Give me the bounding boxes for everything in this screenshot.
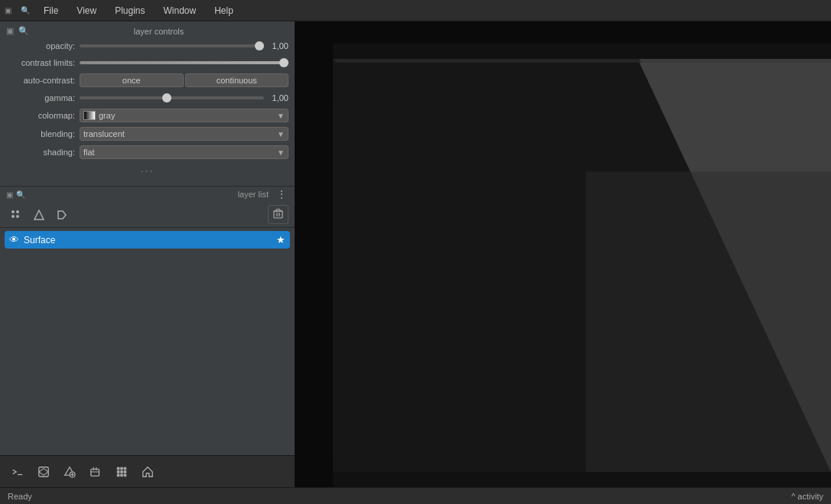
activity-button[interactable]: ^ activity [791,492,823,501]
contrast-limits-slider[interactable] [80,61,288,64]
gamma-content: 1,00 [80,93,288,102]
viewport[interactable] [295,21,831,487]
dots-separator: ··· [0,161,295,180]
shading-select-inner: flat [83,148,95,157]
shading-select[interactable]: flat ▼ [80,145,288,159]
colormap-label: colormap: [6,111,75,120]
opacity-content: 1,00 [80,41,288,50]
menu-view[interactable]: View [72,4,101,18]
gamma-label: gamma: [6,93,75,102]
layer-item-surface[interactable]: 👁 Surface ★ [5,231,290,249]
console-icon [11,467,24,477]
layer-list-menu-button[interactable]: ⋮ [275,188,288,200]
layer-controls-title: layer controls [29,27,288,36]
points-icon [11,210,21,220]
layer-toolbar [0,202,295,228]
colormap-swatch [83,111,96,120]
auto-contrast-continuous-button[interactable]: continuous [185,73,289,87]
gamma-slider-container [80,96,264,99]
layer-list-section: ▣ 🔍 layer list ⋮ [0,187,295,455]
layer-visibility-toggle[interactable]: 👁 [9,234,19,245]
labels-icon [57,210,67,220]
grid-button[interactable] [110,460,133,483]
shading-content: flat ▼ [80,145,288,159]
layer-name: Surface [24,235,272,245]
blending-dropdown-arrow: ▼ [277,130,285,138]
blending-value: translucent [83,129,125,138]
colormap-dropdown-arrow: ▼ [277,112,285,120]
svg-point-1 [16,210,19,213]
shading-row: shading: flat ▼ [0,143,295,161]
contrast-limits-label: contrast limits: [6,58,75,67]
select-points-tool[interactable] [6,206,26,224]
new-shapes-icon [64,465,76,479]
layer-list-icon2[interactable]: 🔍 [16,190,25,199]
svg-marker-35 [586,171,831,472]
svg-rect-5 [274,211,282,218]
statusbar: Ready ^ activity [0,487,831,504]
layer-star-button[interactable]: ★ [276,234,285,245]
blending-row: blending: translucent ▼ [0,125,295,143]
console-button[interactable] [6,460,29,483]
status-ready: Ready [8,492,32,501]
blending-select-inner: translucent [83,129,125,138]
home-icon [142,465,154,479]
layer-list-title: layer list [28,190,272,199]
select-shapes-tool[interactable] [29,206,49,224]
bottom-toolbar [0,455,295,487]
svg-rect-23 [124,470,127,473]
menubar: ▣ 🔍 File View Plugins Window Help [0,0,831,21]
header-icons: ▣ 🔍 [6,26,29,36]
svg-rect-26 [124,473,127,476]
shading-value: flat [83,148,95,157]
new-points-button[interactable] [84,460,107,483]
svg-marker-4 [34,210,44,219]
layer-list-header: ▣ 🔍 layer list ⋮ [0,187,295,202]
viewport-canvas [295,21,831,487]
opacity-slider[interactable] [80,44,264,47]
opacity-label: opacity: [6,41,75,50]
svg-point-2 [11,215,15,218]
surface-icon [37,465,50,479]
delete-layer-button[interactable] [268,205,288,224]
new-surface-button[interactable] [32,460,55,483]
auto-contrast-content: once continuous [80,73,288,87]
layer-controls-panel: ▣ 🔍 layer controls opacity: 1,00 contras… [0,21,295,187]
new-shapes-button[interactable] [58,460,81,483]
opacity-value: 1,00 [267,41,288,50]
gamma-value: 1,00 [267,93,288,102]
shading-label: shading: [6,148,75,157]
left-panel: ▣ 🔍 layer controls opacity: 1,00 contras… [0,21,295,487]
auto-contrast-buttons: once continuous [80,73,288,87]
auto-contrast-label: auto-contrast: [6,76,75,85]
shapes-icon [34,210,44,220]
auto-contrast-once-button[interactable]: once [80,73,184,87]
blending-select[interactable]: translucent ▼ [80,127,288,141]
menu-file[interactable]: File [39,4,63,18]
svg-rect-22 [120,470,123,473]
layer-list-icon1[interactable]: ▣ [6,190,13,199]
blending-label: blending: [6,129,75,138]
menu-help[interactable]: Help [210,4,238,18]
svg-rect-21 [117,470,120,473]
colormap-value: gray [99,111,115,120]
menu-plugins[interactable]: Plugins [110,4,149,18]
gamma-slider[interactable] [80,96,264,99]
contrast-limits-content [80,61,288,64]
layer-controls-header: ▣ 🔍 layer controls [0,24,295,37]
svg-rect-20 [124,467,127,470]
menu-window[interactable]: Window [159,4,201,18]
auto-contrast-row: auto-contrast: once continuous [0,71,295,89]
search-icon-2[interactable]: 🔍 [18,26,29,36]
colormap-select[interactable]: gray ▼ [80,109,288,122]
minimize-icon[interactable]: ▣ [6,26,14,36]
colormap-row: colormap: gray ▼ [0,106,295,125]
svg-rect-19 [120,467,123,470]
shading-dropdown-arrow: ▼ [277,148,285,157]
home-button[interactable] [136,460,159,483]
select-labels-tool[interactable] [52,206,72,224]
grid-icon [116,465,128,479]
new-points-icon [90,465,102,479]
main-layout: ▣ 🔍 layer controls opacity: 1,00 contras… [0,21,831,487]
svg-rect-14 [91,469,99,476]
